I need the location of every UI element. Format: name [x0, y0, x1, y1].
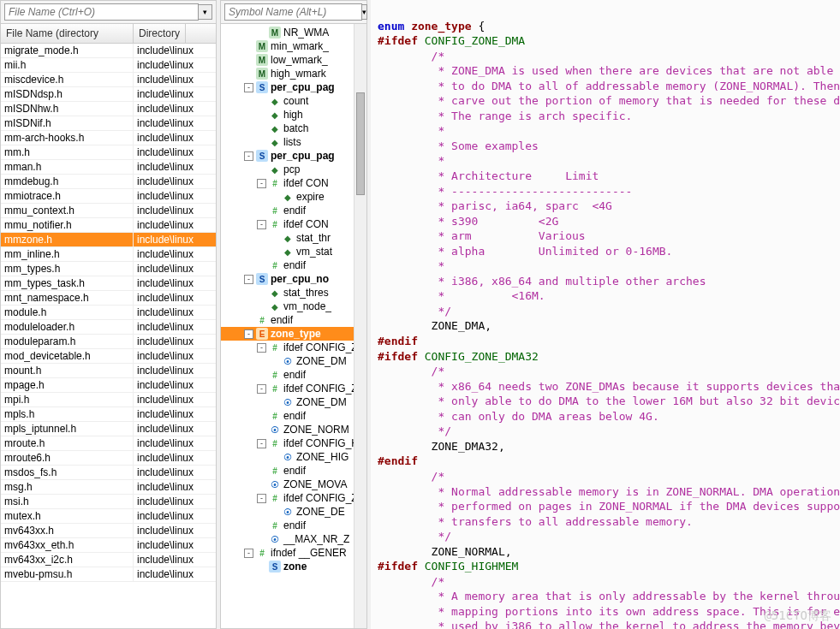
file-row[interactable]: mmu_notifier.hinclude\linux — [1, 218, 216, 233]
file-row[interactable]: mroute6.hinclude\linux — [1, 451, 216, 466]
tree-item[interactable]: MNR_WMA — [221, 26, 366, 39]
file-list[interactable]: migrate_mode.hinclude\linuxmii.hinclude\… — [1, 44, 216, 628]
tree-item[interactable]: ◆pcp — [221, 163, 366, 176]
file-row[interactable]: mvebu-pmsu.hinclude\linux — [1, 567, 216, 582]
tree-expander[interactable]: - — [244, 151, 253, 161]
tree-item[interactable]: #endif — [221, 464, 366, 478]
tree-expander[interactable]: - — [244, 275, 253, 284]
tree-expander[interactable]: - — [244, 329, 253, 339]
code-editor[interactable]: enum zone_type {#ifdef CONFIG_ZONE_DMA /… — [371, 0, 840, 629]
tree-item[interactable]: ◆expire — [221, 190, 366, 204]
tree-item[interactable]: Mhigh_wmark — [221, 67, 366, 80]
file-row[interactable]: msg.hinclude\linux — [1, 480, 216, 495]
tree-scrollbar[interactable] — [354, 24, 366, 628]
file-row[interactable]: msdos_fs.hinclude\linux — [1, 466, 216, 480]
file-row[interactable]: mmdebug.hinclude\linux — [1, 175, 216, 189]
symbol-search-input[interactable] — [224, 3, 362, 21]
tree-item[interactable]: ◆stat_thr — [221, 231, 366, 245]
tree-item[interactable]: ◆stat_thres — [221, 286, 366, 300]
file-row[interactable]: mpage.hinclude\linux — [1, 378, 216, 393]
file-row[interactable]: mv643xx_eth.hinclude\linux — [1, 538, 216, 553]
tree-expander[interactable]: - — [244, 83, 253, 92]
tree-item[interactable]: #endif — [221, 313, 366, 327]
file-row[interactable]: mii.hinclude\linux — [1, 58, 216, 73]
tree-item[interactable]: ⦿ZONE_DM — [221, 354, 366, 368]
tree-item[interactable]: ⦿__MAX_NR_Z — [221, 532, 366, 546]
tree-item[interactable]: -Sper_cpu_pag — [221, 149, 366, 163]
tree-item[interactable]: Mmin_wmark_ — [221, 39, 366, 53]
tree-item[interactable]: Szone — [221, 560, 366, 573]
symbol-search-dropdown[interactable]: ▾ — [362, 4, 367, 20]
tree-item[interactable]: ⦿ZONE_DM — [221, 395, 366, 409]
file-row[interactable]: mmzone.hinclude\linux — [1, 233, 216, 247]
file-header-name[interactable]: File Name (directory — [1, 24, 134, 43]
tree-item[interactable]: -#ifdef CONFIG_Z — [221, 491, 366, 505]
tree-item[interactable]: #endif — [221, 368, 366, 382]
tree-expander[interactable]: - — [257, 343, 266, 353]
tree-item[interactable]: -Sper_cpu_pag — [221, 80, 366, 94]
file-row[interactable]: mpls_iptunnel.hinclude\linux — [1, 422, 216, 436]
tree-label: ifdef CON — [283, 177, 329, 189]
tree-expander[interactable]: - — [257, 494, 266, 503]
file-row[interactable]: mmu_context.hinclude\linux — [1, 204, 216, 218]
tree-item[interactable]: #endif — [221, 258, 366, 272]
file-row[interactable]: mISDNhw.hinclude\linux — [1, 102, 216, 116]
tree-item[interactable]: -#ifdef CON — [221, 176, 366, 190]
file-row[interactable]: mISDNif.hinclude\linux — [1, 116, 216, 131]
tree-item[interactable]: ⦿ZONE_NORM — [221, 423, 366, 436]
file-dir: include\linux — [134, 44, 216, 57]
file-row[interactable]: mm_inline.hinclude\linux — [1, 247, 216, 262]
file-row[interactable]: mod_devicetable.hinclude\linux — [1, 349, 216, 364]
file-search-dropdown[interactable]: ▾ — [199, 4, 212, 20]
file-row[interactable]: mm_types.hinclude\linux — [1, 262, 216, 276]
tree-item[interactable]: -Ezone_type — [221, 327, 366, 341]
tree-item[interactable]: ◆vm_node_ — [221, 300, 366, 313]
tree-item[interactable]: ⦿ZONE_DE — [221, 505, 366, 519]
tree-item[interactable]: ◆lists — [221, 135, 366, 149]
file-row[interactable]: mpi.hinclude\linux — [1, 393, 216, 407]
file-row[interactable]: miscdevice.hinclude\linux — [1, 73, 216, 87]
file-row[interactable]: mutex.hinclude\linux — [1, 509, 216, 524]
file-row[interactable]: mm-arch-hooks.hinclude\linux — [1, 131, 216, 145]
tree-item[interactable]: ◆batch — [221, 122, 366, 135]
file-row[interactable]: mpls.hinclude\linux — [1, 407, 216, 422]
tree-expander[interactable]: - — [257, 439, 266, 448]
file-row[interactable]: mmiotrace.hinclude\linux — [1, 189, 216, 204]
tree-item[interactable]: ◆count — [221, 94, 366, 108]
file-row[interactable]: msi.hinclude\linux — [1, 495, 216, 509]
tree-item[interactable]: #endif — [221, 519, 366, 532]
tree-item[interactable]: -#ifdef CONFIG_H — [221, 436, 366, 450]
tree-expander[interactable]: - — [257, 179, 266, 188]
tree-item[interactable]: -#ifndef __GENER — [221, 546, 366, 560]
tree-expander[interactable]: - — [257, 384, 266, 394]
tree-item[interactable]: ⦿ZONE_HIG — [221, 450, 366, 464]
file-row[interactable]: mm_types_task.hinclude\linux — [1, 276, 216, 291]
file-row[interactable]: mroute.hinclude\linux — [1, 436, 216, 451]
tree-item[interactable]: -#ifdef CONFIG_Z — [221, 341, 366, 354]
file-row[interactable]: mm.hinclude\linux — [1, 145, 216, 160]
file-row[interactable]: mnt_namespace.hinclude\linux — [1, 291, 216, 306]
file-header-dir[interactable]: Directory — [134, 24, 186, 43]
tree-item[interactable]: #endif — [221, 409, 366, 423]
tree-item[interactable]: ◆high — [221, 108, 366, 122]
file-row[interactable]: mount.hinclude\linux — [1, 364, 216, 378]
file-search-input[interactable] — [4, 3, 199, 21]
tree-item[interactable]: Mlow_wmark_ — [221, 53, 366, 67]
file-row[interactable]: mman.hinclude\linux — [1, 160, 216, 175]
symbol-tree[interactable]: MNR_WMAMmin_wmark_Mlow_wmark_Mhigh_wmark… — [221, 24, 366, 628]
tree-item[interactable]: #endif — [221, 204, 366, 217]
tree-item[interactable]: ◆vm_stat — [221, 245, 366, 258]
file-row[interactable]: mv643xx_i2c.hinclude\linux — [1, 553, 216, 567]
tree-item[interactable]: -Sper_cpu_no — [221, 272, 366, 286]
file-row[interactable]: mISDNdsp.hinclude\linux — [1, 87, 216, 102]
tree-item[interactable]: -#ifdef CON — [221, 217, 366, 231]
file-row[interactable]: moduleparam.hinclude\linux — [1, 335, 216, 349]
tree-expander[interactable]: - — [257, 220, 266, 229]
file-row[interactable]: module.hinclude\linux — [1, 306, 216, 320]
tree-item[interactable]: -#ifdef CONFIG_Z — [221, 382, 366, 395]
tree-expander[interactable]: - — [244, 549, 253, 558]
file-row[interactable]: mv643xx.hinclude\linux — [1, 524, 216, 538]
file-row[interactable]: migrate_mode.hinclude\linux — [1, 44, 216, 58]
tree-item[interactable]: ⦿ZONE_MOVA — [221, 478, 366, 491]
file-row[interactable]: moduleloader.hinclude\linux — [1, 320, 216, 335]
